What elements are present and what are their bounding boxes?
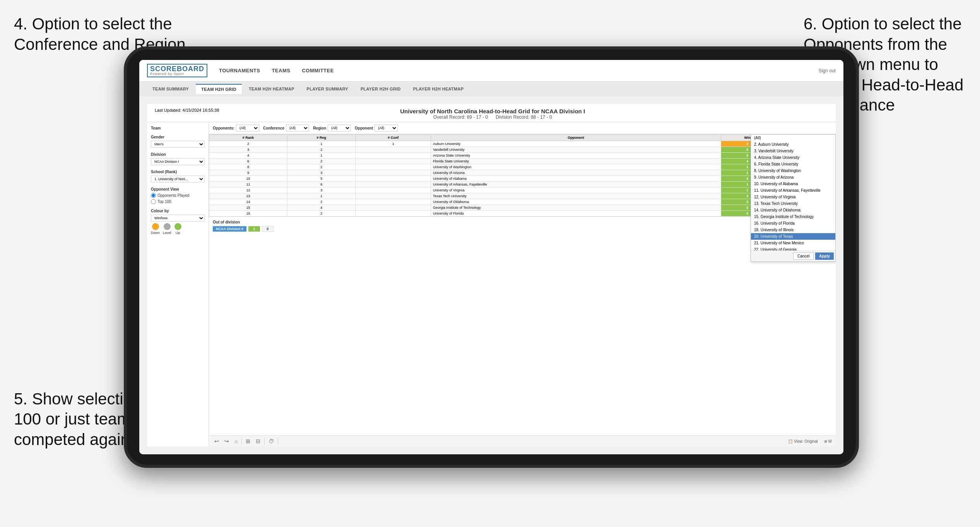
division-section: Division NCAA Division I	[151, 152, 205, 165]
gender-section: Gender Men's	[151, 135, 205, 148]
subnav-team-h2h-heatmap[interactable]: TEAM H2H HEATMAP	[243, 84, 300, 94]
nav-committee[interactable]: COMMITTEE	[302, 68, 334, 73]
report-updated: Last Updated: 4/15/2024 16:55:38	[155, 108, 219, 113]
dropdown-item[interactable]: 21. University of New Mexico	[751, 240, 835, 246]
top-100-label: Top 100	[157, 200, 171, 204]
cell-conf	[356, 159, 431, 164]
top-100-radio[interactable]	[151, 199, 156, 204]
subnav-player-h2h-grid[interactable]: PLAYER H2H GRID	[355, 84, 406, 94]
cell-conf	[356, 170, 431, 176]
top-100-option[interactable]: Top 100	[151, 199, 205, 204]
dropdown-item[interactable]: 6. Florida State University	[751, 161, 835, 167]
table-row: 15 4 Georgia Institute of Technology 5 0	[209, 205, 836, 211]
dropdown-item[interactable]: 16. University of Florida	[751, 220, 835, 227]
colour-section: Colour by Win/loss Down	[151, 209, 205, 235]
cell-name: Texas Tech University	[431, 193, 721, 199]
dropdown-item[interactable]: 13. Texas Tech University	[751, 200, 835, 207]
cell-reg: 1	[287, 153, 356, 159]
school-select[interactable]: 1. University of Nort...	[151, 176, 205, 182]
down-label: Down	[151, 231, 160, 235]
up-legend: Up	[174, 223, 181, 235]
division-select[interactable]: NCAA Division I	[151, 158, 205, 165]
copy-btn[interactable]: ⊞	[244, 437, 252, 445]
dropdown-item[interactable]: 12. University of Virginia	[751, 194, 835, 200]
cell-conf	[356, 205, 431, 211]
table-row: 2 1 1 Auburn University 2 1	[209, 141, 836, 147]
subnav-player-summary[interactable]: PLAYER SUMMARY	[301, 84, 354, 94]
dropdown-item[interactable]: 2. Auburn University	[751, 141, 835, 148]
cell-rank: 3	[209, 147, 287, 153]
cell-name: University of Virginia	[431, 188, 721, 193]
opponents-played-radio[interactable]	[151, 193, 156, 198]
opponents-filter-select[interactable]: (All)	[236, 125, 259, 131]
view-mode: 📋 View: Original	[788, 439, 818, 443]
separator-2	[264, 438, 265, 445]
school-label: School (Rank)	[151, 170, 205, 174]
home-btn[interactable]: ⌂	[233, 437, 239, 445]
dropdown-item[interactable]: 8. University of Washington	[751, 167, 835, 174]
apply-button[interactable]: Apply	[815, 252, 834, 260]
dropdown-item[interactable]: 18. University of Illinois	[751, 227, 835, 233]
cell-conf	[356, 199, 431, 205]
dropdown-item[interactable]: 10. University of Alabama	[751, 181, 835, 187]
nav-teams[interactable]: TEAMS	[272, 68, 290, 73]
region-label: Region	[313, 126, 326, 130]
down-legend: Down	[151, 223, 160, 235]
paste-btn[interactable]: ⊟	[254, 437, 262, 445]
gender-select[interactable]: Men's	[151, 141, 205, 148]
conference-filter-select[interactable]: (All)	[286, 125, 309, 131]
subnav-team-h2h-grid[interactable]: TEAM H2H GRID	[196, 84, 242, 94]
zoom-level: ⊕ W	[824, 439, 832, 443]
colour-select[interactable]: Win/loss	[151, 215, 205, 222]
cell-reg: 3	[287, 170, 356, 176]
cell-reg: 6	[287, 182, 356, 188]
region-filter-group: Region (All)	[313, 125, 351, 131]
dropdown-item[interactable]: 11. University of Arkansas, Fayetteville	[751, 187, 835, 194]
opponents-played-option[interactable]: Opponents Played	[151, 193, 205, 198]
nav-tournaments[interactable]: TOURNAMENTS	[219, 68, 260, 73]
cancel-button[interactable]: Cancel	[793, 252, 814, 260]
subnav-team-summary[interactable]: TEAM SUMMARY	[147, 84, 194, 94]
opponent-filter-select[interactable]: (All)	[375, 125, 398, 131]
cell-conf: 1	[356, 141, 431, 147]
dropdown-scroll[interactable]: (All)2. Auburn University3. Vanderbilt U…	[751, 135, 835, 251]
cell-conf	[356, 182, 431, 188]
dropdown-item[interactable]: 4. Arizona State University	[751, 154, 835, 161]
nav-items: TOURNAMENTS TEAMS COMMITTEE	[219, 68, 819, 73]
cell-conf	[356, 193, 431, 199]
dropdown-item[interactable]: 20. University of Texas	[751, 233, 835, 240]
cell-reg: 2	[287, 211, 356, 217]
logo-text: SCOREBOARD	[150, 65, 204, 73]
level-dot	[164, 223, 171, 230]
team-section: Team	[151, 126, 205, 130]
undo-btn[interactable]: ↩	[213, 437, 221, 445]
col-rank: # Rank	[209, 135, 287, 141]
dropdown-item[interactable]: 9. University of Arizona	[751, 174, 835, 181]
report-container: Last Updated: 4/15/2024 16:55:38 Univers…	[147, 104, 836, 447]
cell-reg: 4	[287, 205, 356, 211]
main-content: Last Updated: 4/15/2024 16:55:38 Univers…	[139, 96, 843, 454]
opponent-filter-group: Opponent (All)	[355, 125, 398, 131]
dropdown-item[interactable]: 15. Georgia Institute of Technology	[751, 213, 835, 220]
table-row: 9 3 University of Arizona 1 0	[209, 170, 836, 176]
cell-rank: 6	[209, 159, 287, 164]
colour-label: Colour by	[151, 209, 205, 213]
opponents-filter-label: Opponents:	[213, 126, 234, 130]
dropdown-item[interactable]: 14. University of Oklahoma	[751, 207, 835, 213]
team-label: Team	[151, 126, 205, 130]
cell-reg: 2	[287, 147, 356, 153]
division-loss: 0	[262, 226, 274, 232]
region-filter-select[interactable]: (All)	[328, 125, 351, 131]
redo-btn[interactable]: ↪	[223, 437, 231, 445]
dropdown-item[interactable]: 22. University of Georgia	[751, 246, 835, 251]
subnav-player-h2h-heatmap[interactable]: PLAYER H2H HEATMAP	[408, 84, 469, 94]
view-label: View: Original	[794, 439, 818, 443]
cell-reg: 2	[287, 159, 356, 164]
clock-btn[interactable]: ⏱	[267, 437, 275, 445]
dropdown-item[interactable]: 3. Vanderbilt University	[751, 148, 835, 154]
dropdown-item[interactable]: (All)	[751, 135, 835, 141]
nav-signout[interactable]: Sign out	[819, 68, 836, 73]
sub-nav: TEAM SUMMARY TEAM H2H GRID TEAM H2H HEAT…	[139, 82, 843, 96]
report-title-section: University of North Carolina Head-to-Hea…	[400, 108, 585, 120]
dropdown-actions: Cancel Apply	[751, 251, 835, 261]
